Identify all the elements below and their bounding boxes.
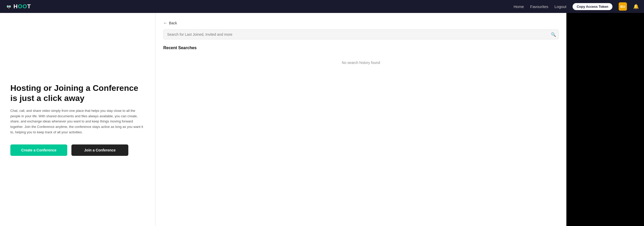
navbar-nav: Home Favourites Logout Copy Access Token… bbox=[514, 2, 639, 11]
logo-icon bbox=[5, 3, 12, 10]
back-link[interactable]: ← Back bbox=[163, 21, 559, 25]
right-panel: ← Back 🔍 Recent Searches No search histo… bbox=[155, 13, 566, 226]
search-wrapper: 🔍 bbox=[163, 30, 559, 39]
recent-searches-title: Recent Searches bbox=[163, 46, 559, 50]
back-arrow-icon: ← bbox=[163, 21, 167, 25]
logo: HOOT bbox=[5, 3, 31, 10]
action-buttons: Create a Conference Join a Conference bbox=[10, 144, 145, 156]
back-label: Back bbox=[169, 21, 177, 25]
dark-aside bbox=[566, 13, 644, 226]
nav-logout[interactable]: Logout bbox=[554, 4, 566, 9]
svg-point-6 bbox=[10, 6, 10, 7]
svg-point-5 bbox=[8, 6, 8, 7]
search-icon: 🔍 bbox=[551, 32, 556, 37]
page-wrapper: Hosting or Joining a Conference is just … bbox=[0, 13, 644, 226]
no-history-text: No search history found bbox=[163, 61, 559, 65]
hero-title: Hosting or Joining a Conference is just … bbox=[10, 83, 145, 103]
copy-access-token-button[interactable]: Copy Access Token bbox=[573, 3, 612, 10]
hero-description: Chat, call, and share video simply from … bbox=[10, 108, 145, 135]
navbar: HOOT Home Favourites Logout Copy Access … bbox=[0, 0, 644, 13]
create-conference-button[interactable]: Create a Conference bbox=[10, 144, 67, 156]
join-conference-button[interactable]: Join a Conference bbox=[71, 144, 128, 156]
bell-icon[interactable]: 🔔 bbox=[633, 4, 639, 9]
logo-text: HOOT bbox=[13, 3, 31, 10]
search-icon-button[interactable]: 🔍 bbox=[551, 32, 556, 37]
avatar-button[interactable]: BU bbox=[619, 2, 627, 11]
left-panel: Hosting or Joining a Conference is just … bbox=[0, 13, 155, 226]
nav-favourites[interactable]: Favourites bbox=[530, 4, 548, 9]
search-input[interactable] bbox=[163, 30, 559, 39]
svg-point-0 bbox=[6, 3, 12, 10]
nav-home[interactable]: Home bbox=[514, 4, 524, 9]
